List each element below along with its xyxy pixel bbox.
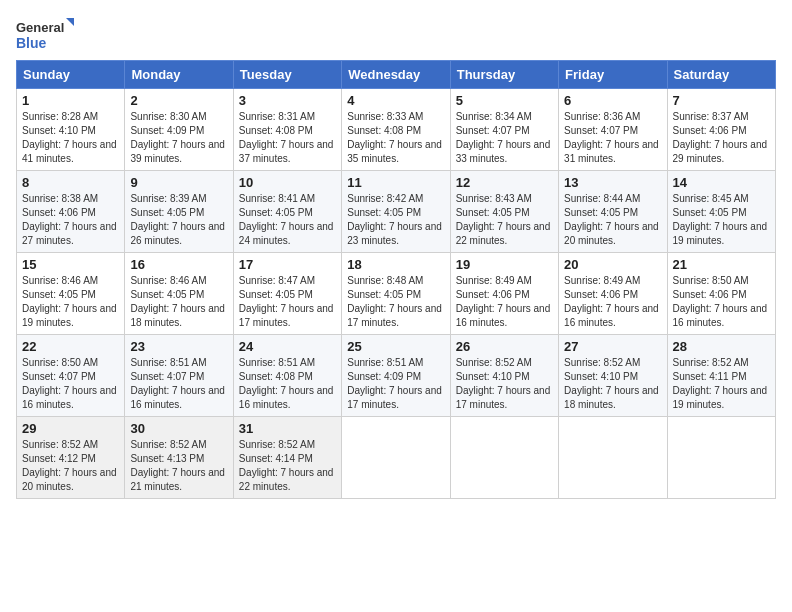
day-number: 18: [347, 257, 444, 272]
day-info: Sunrise: 8:28 AM Sunset: 4:10 PM Dayligh…: [22, 110, 119, 166]
calendar-cell: 14 Sunrise: 8:45 AM Sunset: 4:05 PM Dayl…: [667, 171, 775, 253]
calendar-cell: 15 Sunrise: 8:46 AM Sunset: 4:05 PM Dayl…: [17, 253, 125, 335]
calendar-cell: 27 Sunrise: 8:52 AM Sunset: 4:10 PM Dayl…: [559, 335, 667, 417]
calendar-cell: 17 Sunrise: 8:47 AM Sunset: 4:05 PM Dayl…: [233, 253, 341, 335]
day-number: 30: [130, 421, 227, 436]
day-number: 11: [347, 175, 444, 190]
day-info: Sunrise: 8:50 AM Sunset: 4:07 PM Dayligh…: [22, 356, 119, 412]
calendar-cell: 29 Sunrise: 8:52 AM Sunset: 4:12 PM Dayl…: [17, 417, 125, 499]
calendar-cell: [450, 417, 558, 499]
page-header: General Blue: [16, 16, 776, 56]
day-number: 27: [564, 339, 661, 354]
weekday-header-wednesday: Wednesday: [342, 61, 450, 89]
day-info: Sunrise: 8:52 AM Sunset: 4:13 PM Dayligh…: [130, 438, 227, 494]
day-number: 1: [22, 93, 119, 108]
calendar-cell: 11 Sunrise: 8:42 AM Sunset: 4:05 PM Dayl…: [342, 171, 450, 253]
day-info: Sunrise: 8:52 AM Sunset: 4:11 PM Dayligh…: [673, 356, 770, 412]
day-number: 4: [347, 93, 444, 108]
calendar-cell: [342, 417, 450, 499]
day-number: 25: [347, 339, 444, 354]
day-info: Sunrise: 8:49 AM Sunset: 4:06 PM Dayligh…: [564, 274, 661, 330]
calendar-cell: 28 Sunrise: 8:52 AM Sunset: 4:11 PM Dayl…: [667, 335, 775, 417]
day-info: Sunrise: 8:52 AM Sunset: 4:10 PM Dayligh…: [456, 356, 553, 412]
logo: General Blue: [16, 16, 76, 56]
day-info: Sunrise: 8:36 AM Sunset: 4:07 PM Dayligh…: [564, 110, 661, 166]
day-number: 29: [22, 421, 119, 436]
calendar-cell: 7 Sunrise: 8:37 AM Sunset: 4:06 PM Dayli…: [667, 89, 775, 171]
calendar-cell: 19 Sunrise: 8:49 AM Sunset: 4:06 PM Dayl…: [450, 253, 558, 335]
day-info: Sunrise: 8:42 AM Sunset: 4:05 PM Dayligh…: [347, 192, 444, 248]
day-number: 7: [673, 93, 770, 108]
calendar-cell: 25 Sunrise: 8:51 AM Sunset: 4:09 PM Dayl…: [342, 335, 450, 417]
day-number: 21: [673, 257, 770, 272]
calendar-cell: 30 Sunrise: 8:52 AM Sunset: 4:13 PM Dayl…: [125, 417, 233, 499]
weekday-header-friday: Friday: [559, 61, 667, 89]
day-info: Sunrise: 8:47 AM Sunset: 4:05 PM Dayligh…: [239, 274, 336, 330]
calendar-header-row: SundayMondayTuesdayWednesdayThursdayFrid…: [17, 61, 776, 89]
day-number: 28: [673, 339, 770, 354]
day-info: Sunrise: 8:46 AM Sunset: 4:05 PM Dayligh…: [22, 274, 119, 330]
calendar-cell: [559, 417, 667, 499]
day-number: 15: [22, 257, 119, 272]
day-info: Sunrise: 8:39 AM Sunset: 4:05 PM Dayligh…: [130, 192, 227, 248]
calendar-cell: 3 Sunrise: 8:31 AM Sunset: 4:08 PM Dayli…: [233, 89, 341, 171]
day-number: 3: [239, 93, 336, 108]
day-number: 12: [456, 175, 553, 190]
svg-text:General: General: [16, 20, 64, 35]
calendar-cell: 22 Sunrise: 8:50 AM Sunset: 4:07 PM Dayl…: [17, 335, 125, 417]
calendar-cell: 12 Sunrise: 8:43 AM Sunset: 4:05 PM Dayl…: [450, 171, 558, 253]
weekday-header-sunday: Sunday: [17, 61, 125, 89]
day-info: Sunrise: 8:51 AM Sunset: 4:08 PM Dayligh…: [239, 356, 336, 412]
calendar-cell: [667, 417, 775, 499]
calendar-cell: 5 Sunrise: 8:34 AM Sunset: 4:07 PM Dayli…: [450, 89, 558, 171]
svg-marker-2: [66, 18, 74, 26]
calendar-table: SundayMondayTuesdayWednesdayThursdayFrid…: [16, 60, 776, 499]
day-info: Sunrise: 8:52 AM Sunset: 4:14 PM Dayligh…: [239, 438, 336, 494]
calendar-cell: 1 Sunrise: 8:28 AM Sunset: 4:10 PM Dayli…: [17, 89, 125, 171]
calendar-cell: 13 Sunrise: 8:44 AM Sunset: 4:05 PM Dayl…: [559, 171, 667, 253]
calendar-cell: 6 Sunrise: 8:36 AM Sunset: 4:07 PM Dayli…: [559, 89, 667, 171]
day-info: Sunrise: 8:51 AM Sunset: 4:07 PM Dayligh…: [130, 356, 227, 412]
day-number: 13: [564, 175, 661, 190]
weekday-header-monday: Monday: [125, 61, 233, 89]
calendar-cell: 20 Sunrise: 8:49 AM Sunset: 4:06 PM Dayl…: [559, 253, 667, 335]
day-number: 22: [22, 339, 119, 354]
calendar-cell: 10 Sunrise: 8:41 AM Sunset: 4:05 PM Dayl…: [233, 171, 341, 253]
day-info: Sunrise: 8:41 AM Sunset: 4:05 PM Dayligh…: [239, 192, 336, 248]
weekday-header-thursday: Thursday: [450, 61, 558, 89]
calendar-cell: 18 Sunrise: 8:48 AM Sunset: 4:05 PM Dayl…: [342, 253, 450, 335]
day-number: 31: [239, 421, 336, 436]
weekday-header-saturday: Saturday: [667, 61, 775, 89]
day-info: Sunrise: 8:52 AM Sunset: 4:12 PM Dayligh…: [22, 438, 119, 494]
day-number: 10: [239, 175, 336, 190]
day-number: 20: [564, 257, 661, 272]
day-number: 17: [239, 257, 336, 272]
calendar-cell: 24 Sunrise: 8:51 AM Sunset: 4:08 PM Dayl…: [233, 335, 341, 417]
calendar-cell: 31 Sunrise: 8:52 AM Sunset: 4:14 PM Dayl…: [233, 417, 341, 499]
logo-svg: General Blue: [16, 16, 76, 56]
day-number: 24: [239, 339, 336, 354]
calendar-cell: 2 Sunrise: 8:30 AM Sunset: 4:09 PM Dayli…: [125, 89, 233, 171]
calendar-cell: 16 Sunrise: 8:46 AM Sunset: 4:05 PM Dayl…: [125, 253, 233, 335]
day-number: 19: [456, 257, 553, 272]
calendar-cell: 9 Sunrise: 8:39 AM Sunset: 4:05 PM Dayli…: [125, 171, 233, 253]
day-info: Sunrise: 8:33 AM Sunset: 4:08 PM Dayligh…: [347, 110, 444, 166]
day-number: 9: [130, 175, 227, 190]
calendar-cell: 4 Sunrise: 8:33 AM Sunset: 4:08 PM Dayli…: [342, 89, 450, 171]
day-number: 16: [130, 257, 227, 272]
day-number: 8: [22, 175, 119, 190]
day-info: Sunrise: 8:44 AM Sunset: 4:05 PM Dayligh…: [564, 192, 661, 248]
calendar-cell: 21 Sunrise: 8:50 AM Sunset: 4:06 PM Dayl…: [667, 253, 775, 335]
day-info: Sunrise: 8:46 AM Sunset: 4:05 PM Dayligh…: [130, 274, 227, 330]
day-info: Sunrise: 8:45 AM Sunset: 4:05 PM Dayligh…: [673, 192, 770, 248]
calendar-cell: 26 Sunrise: 8:52 AM Sunset: 4:10 PM Dayl…: [450, 335, 558, 417]
svg-text:Blue: Blue: [16, 35, 47, 51]
day-number: 5: [456, 93, 553, 108]
day-info: Sunrise: 8:43 AM Sunset: 4:05 PM Dayligh…: [456, 192, 553, 248]
day-info: Sunrise: 8:31 AM Sunset: 4:08 PM Dayligh…: [239, 110, 336, 166]
day-number: 6: [564, 93, 661, 108]
day-info: Sunrise: 8:50 AM Sunset: 4:06 PM Dayligh…: [673, 274, 770, 330]
day-number: 14: [673, 175, 770, 190]
day-number: 2: [130, 93, 227, 108]
day-info: Sunrise: 8:52 AM Sunset: 4:10 PM Dayligh…: [564, 356, 661, 412]
